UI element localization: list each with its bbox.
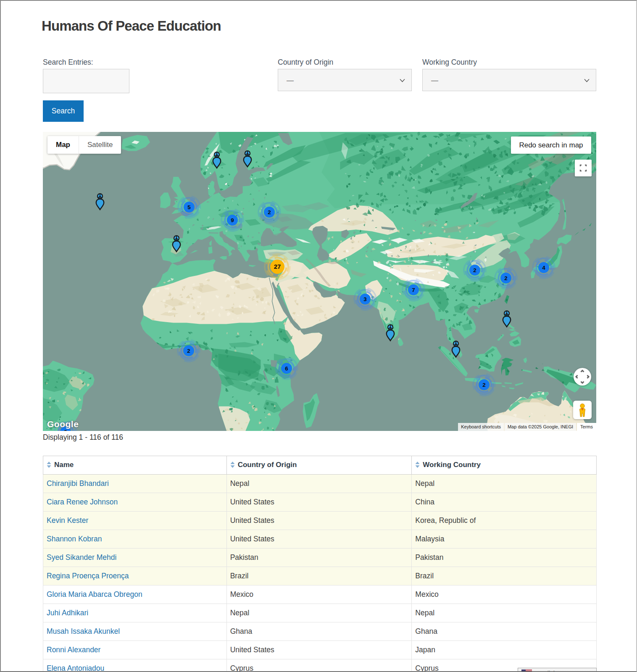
- svg-text:2: 2: [482, 382, 486, 388]
- svg-text:2: 2: [473, 267, 476, 273]
- svg-text:5: 5: [187, 204, 191, 210]
- svg-text:3: 3: [363, 296, 367, 302]
- svg-text:27: 27: [274, 263, 281, 270]
- svg-text:9: 9: [231, 217, 234, 223]
- svg-text:2: 2: [268, 209, 271, 215]
- svg-text:7: 7: [412, 287, 415, 293]
- svg-text:2: 2: [187, 348, 190, 354]
- svg-text:2: 2: [504, 275, 508, 281]
- svg-text:4: 4: [542, 265, 545, 271]
- svg-text:6: 6: [285, 365, 288, 372]
